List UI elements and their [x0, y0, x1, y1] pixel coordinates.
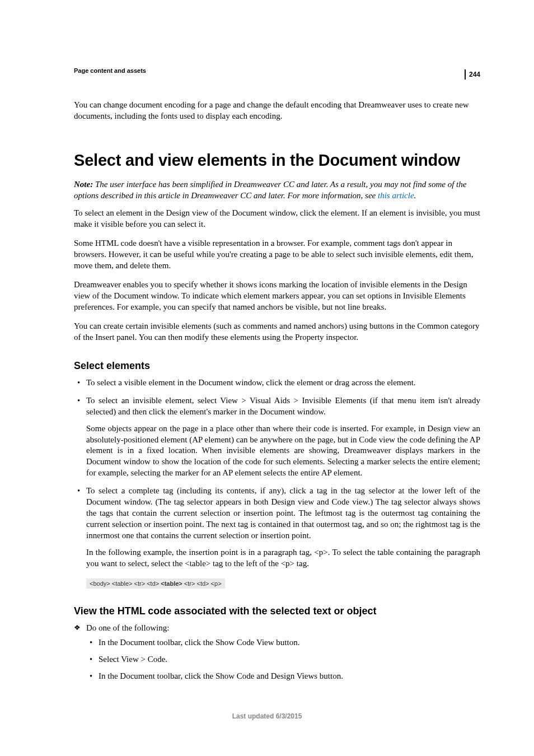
bullet-item-1: To select a visible element in the Docum… [74, 377, 480, 389]
subheading-view-html-code: View the HTML code associated with the s… [74, 605, 480, 617]
bullet-extra-paragraph: Some objects appear on the page in a pla… [86, 423, 480, 479]
sub-bullet-2: Select View > Code. [86, 654, 480, 665]
subheading-select-elements: Select elements [74, 360, 480, 372]
tag-body: <body> [90, 580, 110, 587]
bullet-item-2: To select an invisible element, select V… [74, 395, 480, 479]
page-number-wrap: 244 [465, 69, 480, 80]
body-paragraph-3: Dreamweaver enables you to specify wheth… [74, 279, 480, 313]
tag-selector-example: <body> <table> <tr> <td> <table> <tr> <t… [86, 578, 225, 589]
tag-p: <p> [211, 580, 222, 587]
bullet-item-3: To select a complete tag (including its … [74, 486, 480, 570]
tag-td-inner: <td> [197, 580, 209, 587]
sub-bullet-text: In the Document toolbar, click the Show … [99, 671, 343, 680]
sub-bullet-list: In the Document toolbar, click the Show … [86, 637, 480, 682]
intro-paragraph: You can change document encoding for a p… [74, 100, 480, 122]
sub-bullet-text: Select View > Code. [99, 655, 167, 664]
body-paragraph-2: Some HTML code doesn't have a visible re… [74, 238, 480, 272]
bullet-text: To select a complete tag (including its … [86, 486, 480, 540]
diamond-instruction: Do one of the following: [74, 623, 480, 634]
bullet-text: To select an invisible element, select V… [86, 396, 480, 416]
page-number: 244 [469, 71, 480, 78]
section-title: Select and view elements in the Document… [74, 151, 480, 170]
tag-table-selected: <table> [161, 580, 182, 587]
body-paragraph-4: You can create certain invisible element… [74, 321, 480, 343]
bullet-list: To select a visible element in the Docum… [74, 377, 480, 570]
note-label: Note: [74, 180, 93, 189]
footer-last-updated: Last updated 6/3/2015 [0, 712, 534, 720]
sub-bullet-3: In the Document toolbar, click the Show … [86, 671, 480, 682]
bullet-text: To select a visible element in the Docum… [86, 378, 416, 387]
bullet-extra-paragraph: In the following example, the insertion … [86, 547, 480, 570]
tag-tr-outer: <tr> [134, 580, 146, 587]
page-body: You can change document encoding for a p… [74, 100, 480, 682]
sub-bullet-1: In the Document toolbar, click the Show … [86, 637, 480, 648]
diamond-text: Do one of the following: [86, 623, 169, 632]
note-text-after: . [414, 191, 416, 200]
note-paragraph: Note: The user interface has been simpli… [74, 179, 480, 202]
tag-table-outer: <table> [112, 580, 133, 587]
body-paragraph-1: To select an element in the Design view … [74, 208, 480, 230]
note-link[interactable]: this article [378, 191, 414, 200]
tag-td-outer: <td> [147, 580, 159, 587]
sub-bullet-text: In the Document toolbar, click the Show … [99, 638, 299, 647]
tag-tr-inner: <tr> [184, 580, 195, 587]
